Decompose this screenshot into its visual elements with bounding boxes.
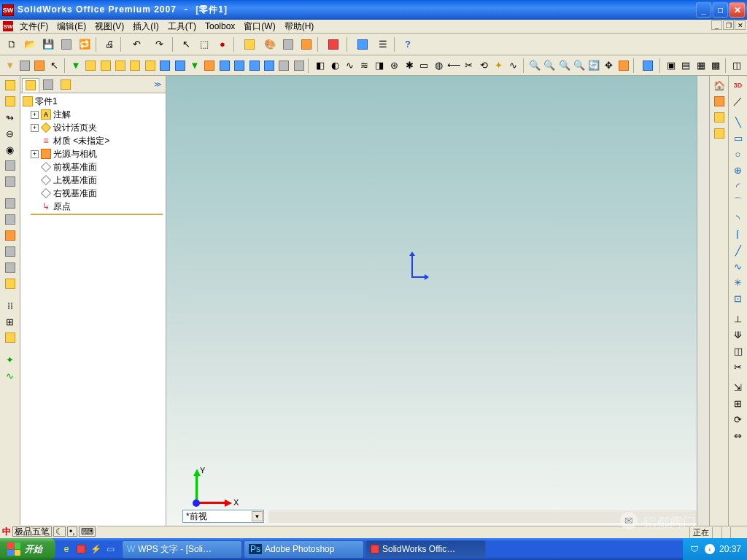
ime-keyboard-icon[interactable]: ⌨ [79,526,96,537]
redo-button[interactable]: ↷ [148,36,170,53]
ref-left-2-icon[interactable]: ⊞ [3,314,18,329]
loft-boss-icon[interactable] [113,58,127,74]
surface-extend-icon[interactable]: ⟵ [447,58,461,74]
mdi-min[interactable]: _ [711,20,722,30]
select-filter-button[interactable]: ⬚ [196,36,213,53]
menu-insert[interactable]: 插入(I) [128,19,163,34]
panel-splitter[interactable] [166,301,168,323]
pattern-left-icon[interactable] [3,276,18,291]
tray-shield-icon[interactable]: 🛡 [689,543,700,555]
loft-left-icon[interactable]: ⊖ [3,126,18,141]
fillet-left-icon[interactable] [3,196,18,211]
sketch-3parc-icon[interactable]: ◝ [731,211,746,225]
sketch-tarc-icon[interactable]: ⌒ [731,195,746,209]
save-all-button[interactable] [58,36,75,53]
sketch-cpat-icon[interactable]: ⟳ [731,412,746,427]
tree-root[interactable]: 零件1 [20,95,166,108]
curves-icon[interactable]: ∿ [506,58,520,74]
select-button[interactable]: ↖ [177,36,195,53]
sweep-boss-icon[interactable] [98,58,112,74]
sketch-centerline-icon[interactable]: ╱ [731,243,746,257]
surface-knit-icon[interactable]: ✱ [402,58,416,74]
expand-icon[interactable]: + [31,124,39,132]
sweep-left-icon[interactable]: ↬ [3,110,18,125]
pan-icon[interactable]: ✥ [602,58,616,74]
menu-toolbox[interactable]: Toolbox [201,20,239,33]
ql-lightning-icon[interactable]: ⚡ [89,542,102,556]
dropdown-icon[interactable]: ▼ [252,511,263,521]
ql-desktop-icon[interactable]: ▭ [104,542,117,556]
texture-button[interactable] [279,36,297,53]
ime-moon-icon[interactable]: ☾ [53,526,66,537]
surface-rev-icon[interactable]: ◐ [328,58,341,74]
surface-loft-icon[interactable]: ≋ [357,58,371,74]
toolbox-button[interactable] [322,36,344,53]
menu-tools[interactable]: 工具(T) [163,19,201,34]
revolve-left-icon[interactable] [3,94,18,109]
extrude-left-icon[interactable] [3,78,18,93]
undo-button[interactable]: ↶ [125,36,147,53]
ref-left-3-icon[interactable] [3,330,18,345]
start-button[interactable]: 开始 [0,538,55,560]
sketch-prect-icon[interactable]: ▭ [731,131,746,145]
sketch-lpat-icon[interactable]: ⊞ [731,396,746,411]
cut-left-icon[interactable] [3,158,18,173]
revolve-boss-icon[interactable] [84,58,98,74]
shaded-icon[interactable]: ▦ [694,58,708,74]
shaded-edges-icon[interactable]: ▩ [709,58,723,74]
circular-pattern-icon[interactable] [292,58,306,74]
mirror-icon[interactable] [262,58,276,74]
sketch-circle-icon[interactable]: ○ [731,147,746,161]
tree-design-binder[interactable]: + 设计活页夹 [20,121,166,134]
sketch-text-icon[interactable]: ⊡ [731,291,746,306]
rebuild-button[interactable]: 🔁 [76,36,93,53]
menu-file[interactable]: 文件(F) [15,19,53,34]
window-layout-button[interactable] [352,36,374,53]
refgeom-left-icon[interactable]: ✦ [3,352,18,367]
task-photoshop[interactable]: PsAdobe Photoshop [244,540,364,559]
open-button[interactable]: 📂 [21,36,39,53]
wireframe-icon[interactable]: ▣ [664,58,678,74]
tray-clock[interactable]: 20:37 [719,544,741,554]
hidden-lines-icon[interactable]: ▤ [679,58,693,74]
menu-window[interactable]: 窗口(W) [239,19,279,34]
maximize-button[interactable]: □ [713,2,728,18]
sketch-mirror-icon[interactable]: ⊥ [731,311,746,326]
surface-sweep-icon[interactable]: ∿ [343,58,357,74]
dome-icon[interactable] [232,58,246,74]
zoom-area-icon[interactable]: 🔍 [543,58,557,74]
tree-annotations[interactable]: + A 注解 [20,108,166,121]
ref-left-1-icon[interactable]: ⁞⁞ [3,298,18,313]
surface-fill-icon[interactable]: ◍ [432,58,446,74]
rib-left-icon[interactable] [3,228,18,243]
linear-pattern-icon[interactable] [277,58,291,74]
save-button[interactable]: 💾 [39,36,57,53]
tree-material[interactable]: ≡ 材质 <未指定> [20,134,166,147]
tree-front-plane[interactable]: 前视基准面 [20,160,166,174]
tree-origin[interactable]: ↳ 原点 [20,200,166,213]
expand-icon[interactable]: + [31,111,39,119]
fm-tab-property[interactable] [39,77,57,92]
task-solidworks[interactable]: SolidWorks Offic… [365,540,486,559]
tp-file-explorer-icon[interactable] [712,110,727,125]
mdi-close[interactable]: ✕ [735,20,746,30]
options-button[interactable]: ☰ [374,36,392,53]
shell-left-icon[interactable] [3,174,18,189]
ref-geom-icon[interactable]: ✦ [492,58,506,74]
draft-icon[interactable] [217,58,231,74]
filter-toggle-icon[interactable]: ▼ [3,58,17,74]
rebuild-light-button[interactable]: ● [214,36,231,53]
rotate-view-icon[interactable]: 🔄 [587,58,601,74]
sketch-convert-icon[interactable]: ⟱ [731,327,746,342]
minimize-button[interactable]: _ [696,2,711,18]
tp-home-icon[interactable]: 🏠 [712,78,727,93]
sketch-fillet-icon[interactable]: ⌈ [731,227,746,241]
sketch-scale-icon[interactable]: ⇔ [731,428,746,443]
ime-punct-icon[interactable]: •, [67,526,77,537]
view-orient-icon[interactable] [638,58,657,74]
chamfer-icon[interactable] [173,58,187,74]
ime-bar[interactable]: 中 极品五笔 ☾ •, ⌨ [0,525,98,538]
tree-right-plane[interactable]: 右视基准面 [20,187,166,200]
surface-planar-icon[interactable]: ▭ [417,58,431,74]
extrude-boss-icon[interactable]: ▼ [69,58,82,74]
